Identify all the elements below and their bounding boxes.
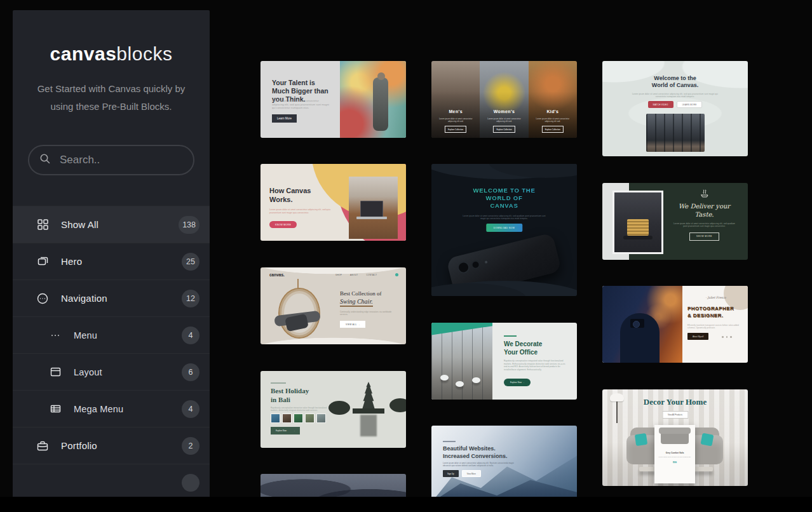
panel-caption: Lorem ipsum dolor sit amet consectetur a… <box>436 118 475 123</box>
block-card-beautiful-websites[interactable]: Beautiful Websites. Increased Conversion… <box>431 426 577 497</box>
title-line: WORLD OF <box>431 194 577 202</box>
title-line: How Canvas <box>269 187 327 196</box>
logo-light: blocks <box>116 43 172 64</box>
block-card-stormy-partial[interactable] <box>261 474 406 497</box>
card-title: Decor Your Home <box>602 397 748 407</box>
panel-caption: Lorem ipsum dolor sit amet consectetur a… <box>533 118 572 123</box>
teal-pillow <box>701 433 714 447</box>
sidebar-item-partial[interactable] <box>13 464 210 497</box>
panel-title: Men's <box>431 109 480 114</box>
card-caption: Efficiently transform transparent source… <box>687 324 741 329</box>
cart-icon <box>395 273 398 276</box>
kicker-line <box>504 335 517 337</box>
block-card-welcome-light[interactable]: Welcome to the World of Canvas. Lorem ip… <box>602 61 748 156</box>
card-caption: Lorem ipsum dolor sit amet consectetur a… <box>272 99 330 110</box>
title-line: & DESIGNER. <box>687 312 734 319</box>
title-line: Taste. <box>666 210 743 219</box>
hero-icon <box>36 255 50 267</box>
explore-collection-button: Explore Collection <box>493 126 515 133</box>
sidebar-item-label: Hero <box>61 256 182 267</box>
explore-now-button: Explore Now → <box>271 427 300 435</box>
search-icon <box>39 153 51 167</box>
kicker-line <box>271 382 286 384</box>
canvas-mini-logo: canvas. <box>269 273 285 277</box>
card-title: Best Collection of <box>340 290 382 297</box>
sidebar-item-layout[interactable]: Layout 6 <box>13 353 210 390</box>
sidebar-item-show-all[interactable]: Show All 138 <box>13 206 210 243</box>
laptop-base <box>356 217 387 219</box>
block-card-deliver-taste[interactable]: We Deliver your Taste. Lorem ipsum dolor… <box>602 183 748 260</box>
logo-bold: canvas <box>50 43 117 64</box>
card-title: Best Holiday in Bali <box>271 387 309 404</box>
sign-up-button: Sign Up <box>443 470 459 477</box>
layout-icon <box>48 366 62 378</box>
grid-icon <box>36 219 50 231</box>
phone-flash <box>485 260 488 264</box>
sidebar-item-menu[interactable]: Menu 4 <box>13 316 210 353</box>
button-row: WATCH VIDEO LEARN MORE <box>602 101 748 108</box>
temple-photo-blob <box>327 374 406 444</box>
block-card-bali-holiday[interactable]: Best Holiday in Bali Rapidiously concept… <box>261 371 406 448</box>
count-badge: 4 <box>182 400 200 418</box>
sidebar-item-hero[interactable]: Hero 25 <box>13 243 210 280</box>
photographer-photo <box>602 286 682 363</box>
card-caption: Rapidiously conceptualize interactive va… <box>271 407 334 412</box>
panel-title: Kid's <box>529 109 577 114</box>
phone-camera <box>470 259 481 270</box>
block-card-welcome-dark[interactable]: WELCOME TO THE WORLD OF CANVAS Lorem ips… <box>431 164 577 296</box>
count-badge: 6 <box>182 363 200 381</box>
download-now-button: DOWNLOAD NOW <box>486 224 522 232</box>
explore-now-button: Explore Now → <box>504 379 531 386</box>
sidebar-tagline: Get Started with Canvas quickly by using… <box>31 80 191 116</box>
learn-more-button: Learn More <box>272 114 297 123</box>
card-caption: Lorem ipsum dolor sit amet consectetur a… <box>672 222 736 228</box>
count-badge: 12 <box>182 290 200 307</box>
title-line: Best Holiday <box>271 387 309 396</box>
product-caption: Lorem ipsum dolor sit amet elit sed eius… <box>658 456 691 458</box>
search-input[interactable] <box>58 153 201 167</box>
office-interior-photo <box>431 323 492 400</box>
portfolio-icon <box>36 440 50 452</box>
card-title: How Canvas Works. <box>269 187 327 204</box>
block-card-decor-home[interactable]: Decor Your Home View All Products Grey C… <box>602 389 748 486</box>
block-card-talent-hero[interactable]: Your Talent is Much Bigger than you Thin… <box>261 61 406 138</box>
product-price: $99 <box>654 461 695 464</box>
product-title: Grey Comfort Sofa <box>654 452 695 454</box>
water-reflection <box>360 415 377 436</box>
sidebar-item-mega-menu[interactable]: Mega Menu 4 <box>13 390 210 427</box>
sidebar-item-navigation[interactable]: Navigation 12 <box>13 280 210 316</box>
view-all-products-button: View All Products <box>662 411 688 419</box>
block-card-swing-chair[interactable]: canvas. SHOP ABOUT CONTACT Best Collecti… <box>261 267 406 344</box>
block-card-collections[interactable]: Men's Lorem ipsum dolor sit amet consect… <box>431 61 577 138</box>
count-badge: 2 <box>182 437 200 455</box>
panel-caption: Lorem ipsum dolor sit amet consectetur a… <box>484 118 524 123</box>
viewport-clip: canvasblocks Get Started with Canvas qui… <box>0 0 812 497</box>
title-line: We Decorate <box>504 340 542 349</box>
title-line: World of Canvas. <box>602 82 748 89</box>
button-row: Sign Up View More <box>443 470 481 477</box>
panel-title: Women's <box>480 109 528 114</box>
camera-lens <box>633 321 640 328</box>
mini-nav: SHOP ABOUT CONTACT <box>335 274 377 276</box>
card-title: Welcome to the World of Canvas. <box>602 75 748 89</box>
plate <box>623 236 653 239</box>
product-card: Grey Comfort Sofa Lorem ipsum dolor sit … <box>654 425 695 483</box>
block-card-how-canvas-works[interactable]: How Canvas Works. Lorem ipsum dolor sit … <box>261 164 406 241</box>
card-caption: Lorem ipsum dolor sit amet consectetur a… <box>443 462 519 467</box>
mens-panel: Men's Lorem ipsum dolor sit amet consect… <box>431 61 480 138</box>
social-icons <box>722 336 732 338</box>
card-caption: Lorem ipsum dolor sit amet consectetur a… <box>269 208 335 214</box>
about-myself-button: About Myself <box>687 333 708 340</box>
title-line: CANVAS <box>431 202 577 210</box>
card-caption: Rapidiously conceptualize integrated val… <box>504 360 567 371</box>
title-line: in Bali <box>271 396 309 405</box>
block-card-decorate-office[interactable]: We Decorate Your Office Rapidiously conc… <box>431 323 577 400</box>
search-box[interactable] <box>28 145 194 175</box>
count-badge: 25 <box>182 253 200 271</box>
block-card-photographer[interactable]: - Juliet Fresco PHOTOGRAPHER & DESIGNER.… <box>602 286 748 363</box>
product-sofa-image <box>661 431 689 444</box>
title-line: PHOTOGRAPHER <box>687 305 734 312</box>
temple-base <box>353 408 384 414</box>
sidebar-item-portfolio[interactable]: Portfolio 2 <box>13 427 210 464</box>
sidebar-item-label: Layout <box>74 367 182 377</box>
